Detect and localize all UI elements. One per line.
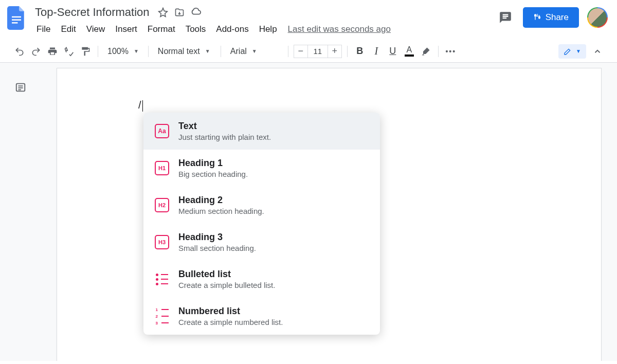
document-canvas: / Aa Text Just starting with plain text.… [0,63,617,361]
slash-command-menu: Aa Text Just starting with plain text. H… [143,113,380,335]
slash-item-desc: Just starting with plain text. [178,133,271,141]
numbered-list-icon: 1 2 3 [155,309,169,323]
toolbar-separator [221,46,221,57]
toolbar-separator [438,46,439,57]
bulleted-list-icon [155,272,169,286]
more-tools-button[interactable]: ••• [444,44,458,59]
font-size-decrease[interactable]: − [294,45,307,58]
slash-item-title: Text [178,121,271,132]
text-block-icon: Aa [155,124,169,138]
zoom-value: 100% [107,47,129,56]
toolbar: 100% ▼ Normal text ▼ Arial ▼ − 11 + B I … [0,40,617,63]
chevron-down-icon: ▼ [576,48,581,54]
svg-rect-4 [539,15,539,16]
paragraph-style-value: Normal text [158,47,200,56]
slash-item-desc: Create a simple numbered list. [178,318,283,326]
undo-button[interactable] [12,44,27,59]
last-edit-link[interactable]: Last edit was seconds ago [288,24,391,34]
heading2-icon: H2 [155,198,169,212]
menu-bar: File Edit View Insert Format Tools Add-o… [32,22,496,37]
underline-button[interactable]: U [386,44,400,59]
menu-tools[interactable]: Tools [181,22,211,37]
menu-addons[interactable]: Add-ons [211,22,253,37]
zoom-dropdown[interactable]: 100% ▼ [103,44,143,59]
slash-item-title: Heading 3 [178,232,256,243]
font-family-value: Arial [230,47,247,56]
italic-button[interactable]: I [369,44,384,59]
menu-edit[interactable]: Edit [56,22,80,37]
paint-format-button[interactable] [78,44,93,59]
heading1-icon: H1 [155,161,169,175]
slash-item-desc: Big section heading. [178,170,248,178]
star-icon[interactable] [157,6,169,19]
font-size-stepper: − 11 + [294,45,342,58]
svg-rect-3 [535,17,535,20]
slash-item-heading2[interactable]: H2 Heading 2 Medium section heading. [143,187,380,224]
bold-button[interactable]: B [353,44,367,59]
docs-logo[interactable] [6,4,27,32]
menu-insert[interactable]: Insert [111,22,142,37]
editor-text[interactable]: / [138,99,143,112]
menu-view[interactable]: View [82,22,110,37]
editing-mode-dropdown[interactable]: ▼ [558,44,586,59]
menu-format[interactable]: Format [143,22,180,37]
text-cursor [142,100,143,112]
svg-rect-2 [12,22,17,23]
account-avatar[interactable] [587,7,608,28]
comments-icon[interactable] [496,8,515,27]
toolbar-separator [288,46,288,57]
outline-toggle-button[interactable] [12,79,29,96]
slash-item-numbered-list[interactable]: 1 2 3 Numbered list Create a simple numb… [143,298,380,335]
chevron-down-icon: ▼ [134,48,139,54]
collapse-toolbar-button[interactable] [590,44,605,59]
print-button[interactable] [45,44,60,59]
svg-rect-1 [12,19,21,20]
toolbar-separator [98,46,98,57]
chevron-down-icon: ▼ [205,48,210,54]
toolbar-separator [347,46,348,57]
slash-item-heading1[interactable]: H1 Heading 1 Big section heading. [143,150,380,187]
slash-item-desc: Create a simple bulleted list. [178,281,275,289]
slash-item-bulleted-list[interactable]: Bulleted list Create a simple bulleted l… [143,261,380,298]
slash-item-text[interactable]: Aa Text Just starting with plain text. [143,113,380,150]
move-icon[interactable] [173,6,186,19]
slash-item-heading3[interactable]: H3 Heading 3 Small section heading. [143,224,380,261]
heading3-icon: H3 [155,235,169,249]
font-size-increase[interactable]: + [328,45,341,58]
slash-item-title: Heading 1 [178,158,248,169]
slash-item-title: Bulleted list [178,269,275,280]
cloud-status-icon[interactable] [190,6,202,19]
font-size-value[interactable]: 11 [307,45,328,58]
highlight-button[interactable] [419,44,433,59]
text-color-button[interactable]: A [402,44,416,59]
chevron-down-icon: ▼ [252,48,257,54]
spellcheck-button[interactable] [62,44,76,59]
document-page[interactable]: / Aa Text Just starting with plain text.… [57,68,602,361]
font-family-dropdown[interactable]: Arial ▼ [226,44,283,59]
slash-item-title: Numbered list [178,306,283,317]
redo-button[interactable] [29,44,43,59]
share-button-label: Share [546,12,569,23]
document-title[interactable]: Top-Secret Information [32,5,153,20]
menu-file[interactable]: File [32,22,55,37]
menu-help[interactable]: Help [255,22,282,37]
share-button[interactable]: Share [523,7,579,28]
paragraph-style-dropdown[interactable]: Normal text ▼ [154,44,215,59]
toolbar-separator [148,46,149,57]
svg-rect-0 [12,16,21,17]
slash-item-desc: Small section heading. [178,244,256,252]
slash-item-desc: Medium section heading. [178,207,264,215]
typed-characters: / [138,99,141,111]
slash-item-title: Heading 2 [178,195,264,206]
